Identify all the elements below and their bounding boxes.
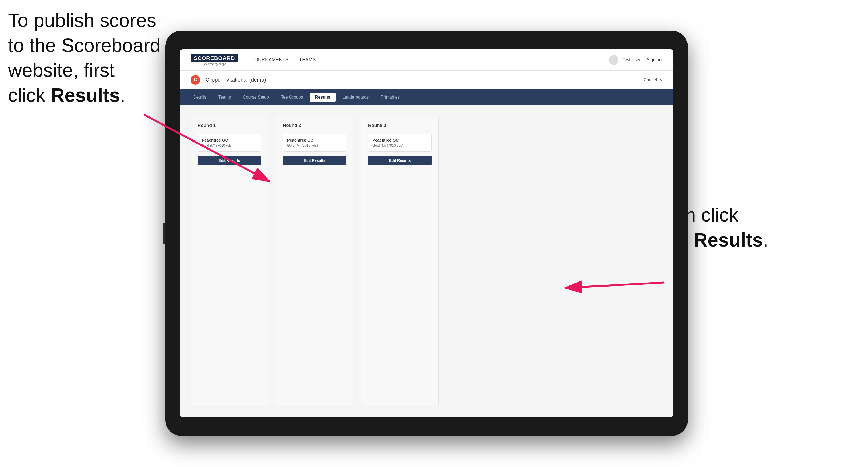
round-2-course-details: Gold (M) (7010 yds): [287, 144, 342, 147]
tab-course-setup[interactable]: Course Setup: [238, 93, 274, 102]
tournament-icon: C: [191, 75, 200, 85]
instruction-results-bold: Results: [51, 85, 120, 106]
round-3-course-details: Gold (M) (7010 yds): [372, 144, 427, 147]
instruction-line-1: To publish scores: [8, 9, 156, 31]
round-3-course-name: Peachtree GC: [372, 138, 427, 142]
tab-tee-groups[interactable]: Tee Groups: [276, 93, 308, 102]
round-3-title: Round 3: [368, 123, 432, 128]
instruction-line-2: to the Scoreboard: [8, 35, 160, 56]
nav-links: TOURNAMENTS TEAMS: [251, 57, 609, 63]
tablet-side-button: [163, 223, 165, 244]
round-1-card: Round 1 Peachtree GC Gold (M) (7010 yds)…: [191, 116, 268, 406]
round-1-title: Round 1: [197, 123, 261, 128]
instruction-line-4-suffix: .: [120, 85, 125, 106]
user-label: Test User |: [622, 58, 643, 62]
top-nav: SCOREBOARD Powered by clippd TOURNAMENTS…: [180, 49, 673, 71]
tournament-name: Clippd Invitational (demo): [206, 77, 644, 83]
round-1-course-card: Peachtree GC Gold (M) (7010 yds): [197, 133, 261, 152]
nav-teams[interactable]: TEAMS: [299, 57, 316, 63]
logo-main-text: SCOREBOARD: [191, 54, 238, 62]
round-1-course-details: Gold (M) (7010 yds): [202, 144, 257, 147]
logo-sub-text: Powered by clippd: [202, 62, 226, 66]
tab-results[interactable]: Results: [310, 93, 336, 102]
round-3-course-card: Peachtree GC Gold (M) (7010 yds): [368, 133, 432, 152]
instruction-line-4-prefix: click: [8, 85, 51, 106]
round-2-edit-results-button[interactable]: Edit Results: [283, 156, 346, 165]
round-1-course-name: Peachtree GC: [202, 138, 257, 142]
tablet-screen: SCOREBOARD Powered by clippd TOURNAMENTS…: [180, 49, 673, 417]
round-2-course-name: Peachtree GC: [287, 138, 342, 142]
user-avatar: [609, 55, 618, 65]
nav-right: Test User | Sign out: [609, 55, 662, 65]
cancel-label: Cancel: [644, 77, 657, 82]
round-1-edit-results-button[interactable]: Edit Results: [197, 156, 261, 165]
nav-tournaments[interactable]: TOURNAMENTS: [251, 57, 288, 63]
round-3-card: Round 3 Peachtree GC Gold (M) (7010 yds)…: [361, 116, 438, 406]
main-content: Round 1 Peachtree GC Gold (M) (7010 yds)…: [180, 105, 673, 417]
instruction-period: .: [763, 229, 768, 251]
tab-leaderboards[interactable]: Leaderboards: [337, 93, 374, 102]
instruction-line-3: website, first: [8, 59, 115, 81]
tournament-header: C Clippd Invitational (demo) Cancel ✕: [180, 71, 673, 89]
tab-printables[interactable]: Printables: [375, 93, 405, 102]
tablet-device: SCOREBOARD Powered by clippd TOURNAMENTS…: [165, 31, 688, 436]
round-2-title: Round 2: [283, 123, 346, 128]
round-2-course-card: Peachtree GC Gold (M) (7010 yds): [283, 133, 346, 152]
tab-teams[interactable]: Teams: [213, 93, 236, 102]
sign-out-link[interactable]: Sign out: [647, 58, 662, 62]
round-2-card: Round 2 Peachtree GC Gold (M) (7010 yds)…: [276, 116, 353, 406]
cancel-button[interactable]: Cancel ✕: [644, 77, 662, 82]
round-3-edit-results-button[interactable]: Edit Results: [368, 156, 432, 165]
instruction-left: To publish scores to the Scoreboard webs…: [8, 8, 163, 108]
scoreboard-logo: SCOREBOARD Powered by clippd: [191, 54, 238, 66]
cancel-icon: ✕: [659, 77, 662, 82]
tab-details[interactable]: Details: [188, 93, 212, 102]
tab-nav: Details Teams Course Setup Tee Groups Re…: [180, 89, 673, 105]
